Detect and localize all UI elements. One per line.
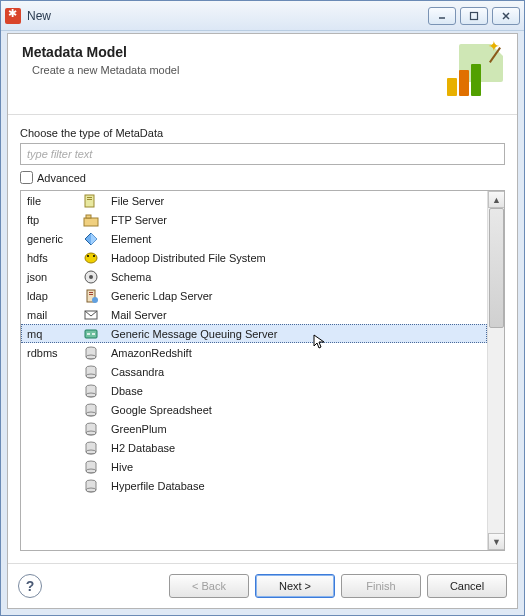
advanced-label[interactable]: Advanced: [37, 172, 86, 184]
file-server-icon: [77, 191, 105, 210]
table-row[interactable]: ldapGeneric Ldap Server: [21, 286, 487, 305]
table-row[interactable]: mqGeneric Message Queuing Server: [21, 324, 487, 343]
row-label: Hyperfile Database: [105, 476, 487, 495]
row-label: AmazonRedshift: [105, 343, 487, 362]
row-key: hdfs: [21, 248, 77, 267]
row-key: mq: [21, 324, 77, 343]
page-title: Metadata Model: [22, 44, 445, 60]
row-key: file: [21, 191, 77, 210]
scroll-up-button[interactable]: ▲: [488, 191, 505, 208]
wizard-header: Metadata Model Create a new Metadata mod…: [8, 34, 517, 115]
maximize-button[interactable]: [460, 7, 488, 25]
cancel-button[interactable]: Cancel: [427, 574, 507, 598]
row-key: [21, 400, 77, 419]
db-icon: [77, 381, 105, 400]
titlebar[interactable]: New: [1, 1, 524, 31]
row-label: Dbase: [105, 381, 487, 400]
table-row[interactable]: jsonSchema: [21, 267, 487, 286]
next-button[interactable]: Next >: [255, 574, 335, 598]
window-buttons: [428, 7, 520, 25]
table-row[interactable]: Hyperfile Database: [21, 476, 487, 495]
wizard-footer: ? < Back Next > Finish Cancel: [8, 563, 517, 608]
db-icon: [77, 343, 105, 362]
mq-icon: [77, 324, 105, 343]
schema-icon: [77, 267, 105, 286]
table-row[interactable]: genericElement: [21, 229, 487, 248]
row-label: Hive: [105, 457, 487, 476]
window-title: New: [27, 9, 428, 23]
row-key: mail: [21, 305, 77, 324]
table-row[interactable]: ftpFTP Server: [21, 210, 487, 229]
row-key: [21, 438, 77, 457]
row-label: Cassandra: [105, 362, 487, 381]
help-button[interactable]: ?: [18, 574, 42, 598]
mail-icon: [77, 305, 105, 324]
element-icon: [77, 229, 105, 248]
row-label: FTP Server: [105, 210, 487, 229]
table-row[interactable]: hdfsHadoop Distributed File System: [21, 248, 487, 267]
row-key: rdbms: [21, 343, 77, 362]
minimize-button[interactable]: [428, 7, 456, 25]
table-row[interactable]: mailMail Server: [21, 305, 487, 324]
table-row[interactable]: Google Spreadsheet: [21, 400, 487, 419]
row-label: Mail Server: [105, 305, 487, 324]
row-label: Generic Ldap Server: [105, 286, 487, 305]
advanced-row: Advanced: [20, 171, 505, 184]
metadata-list[interactable]: fileFile ServerftpFTP ServergenericEleme…: [21, 191, 487, 550]
row-key: [21, 457, 77, 476]
table-row[interactable]: rdbmsAmazonRedshift: [21, 343, 487, 362]
db-icon: [77, 438, 105, 457]
hadoop-icon: [77, 248, 105, 267]
row-key: [21, 362, 77, 381]
row-key: generic: [21, 229, 77, 248]
page-subtitle: Create a new Metadata model: [32, 64, 445, 76]
db-icon: [77, 362, 105, 381]
finish-button[interactable]: Finish: [341, 574, 421, 598]
client-area: Metadata Model Create a new Metadata mod…: [7, 33, 518, 609]
row-label: Element: [105, 229, 487, 248]
db-icon: [77, 476, 105, 495]
metadata-list-container: fileFile ServerftpFTP ServergenericEleme…: [20, 190, 505, 551]
row-label: Google Spreadsheet: [105, 400, 487, 419]
row-label: Generic Message Queuing Server: [105, 324, 487, 343]
wizard-image: ✦: [445, 44, 503, 102]
table-row[interactable]: Cassandra: [21, 362, 487, 381]
table-row[interactable]: Hive: [21, 457, 487, 476]
ldap-icon: [77, 286, 105, 305]
db-icon: [77, 419, 105, 438]
db-icon: [77, 457, 105, 476]
row-label: GreenPlum: [105, 419, 487, 438]
db-icon: [77, 400, 105, 419]
advanced-checkbox[interactable]: [20, 171, 33, 184]
back-button[interactable]: < Back: [169, 574, 249, 598]
row-label: Schema: [105, 267, 487, 286]
svg-rect-1: [471, 12, 478, 19]
row-label: File Server: [105, 191, 487, 210]
scroll-down-button[interactable]: ▼: [488, 533, 505, 550]
row-key: [21, 381, 77, 400]
row-key: [21, 419, 77, 438]
table-row[interactable]: GreenPlum: [21, 419, 487, 438]
table-row[interactable]: Dbase: [21, 381, 487, 400]
wizard-body: Choose the type of MetaData Advanced fil…: [8, 115, 517, 563]
row-key: [21, 476, 77, 495]
scrollbar[interactable]: ▲ ▼: [487, 191, 504, 550]
row-key: json: [21, 267, 77, 286]
row-label: H2 Database: [105, 438, 487, 457]
row-key: ldap: [21, 286, 77, 305]
scroll-thumb[interactable]: [489, 208, 504, 328]
row-key: ftp: [21, 210, 77, 229]
close-button[interactable]: [492, 7, 520, 25]
row-label: Hadoop Distributed File System: [105, 248, 487, 267]
table-row[interactable]: fileFile Server: [21, 191, 487, 210]
table-row[interactable]: H2 Database: [21, 438, 487, 457]
app-icon: [5, 8, 21, 24]
filter-input[interactable]: [20, 143, 505, 165]
choose-label: Choose the type of MetaData: [20, 127, 505, 139]
ftp-icon: [77, 210, 105, 229]
